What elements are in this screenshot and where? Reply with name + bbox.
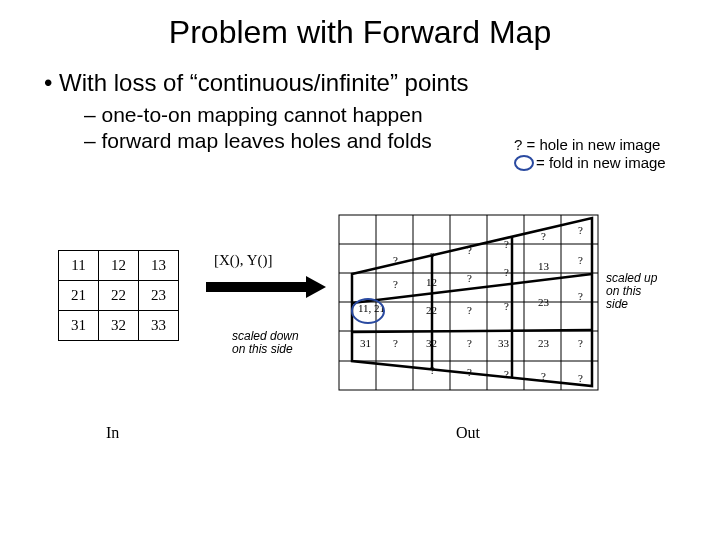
in-cell: 31 bbox=[59, 311, 99, 341]
svg-text:23: 23 bbox=[538, 337, 550, 349]
svg-text:?: ? bbox=[578, 254, 583, 266]
svg-text:?: ? bbox=[430, 250, 435, 262]
annotation-scaled-down: scaled downon this side bbox=[232, 330, 299, 356]
svg-text:?: ? bbox=[504, 300, 509, 312]
in-cell: 33 bbox=[139, 311, 179, 341]
in-cell: 23 bbox=[139, 281, 179, 311]
input-grid: 11 12 13 21 22 23 31 32 33 bbox=[58, 250, 179, 341]
svg-line-14 bbox=[352, 330, 592, 332]
in-label: In bbox=[106, 424, 119, 442]
output-grid: ? ? ? ? ? ? ? 12 ? ? 13 ? 11, 21 22 ? ? … bbox=[338, 214, 600, 392]
svg-text:?: ? bbox=[541, 230, 546, 242]
svg-text:?: ? bbox=[578, 372, 583, 384]
svg-text:?: ? bbox=[578, 337, 583, 349]
legend-hole: ? = hole in new image bbox=[514, 136, 660, 154]
diagram: 11 12 13 21 22 23 31 32 33 [X(), Y()] sc… bbox=[58, 222, 662, 452]
svg-text:?: ? bbox=[578, 290, 583, 302]
svg-text:?: ? bbox=[467, 304, 472, 316]
legend-fold: = fold in new image bbox=[536, 154, 666, 172]
legend: ? = hole in new image = fold in new imag… bbox=[514, 136, 666, 172]
in-cell: 32 bbox=[99, 311, 139, 341]
svg-text:?: ? bbox=[504, 266, 509, 278]
svg-text:32: 32 bbox=[426, 337, 437, 349]
in-cell: 11 bbox=[59, 251, 99, 281]
svg-text:?: ? bbox=[393, 254, 398, 266]
in-cell: 13 bbox=[139, 251, 179, 281]
slide-title: Problem with Forward Map bbox=[0, 0, 720, 51]
svg-text:?: ? bbox=[467, 337, 472, 349]
out-label: Out bbox=[456, 424, 480, 442]
svg-text:33: 33 bbox=[498, 337, 510, 349]
in-cell: 21 bbox=[59, 281, 99, 311]
svg-text:?: ? bbox=[504, 238, 509, 250]
in-cell: 12 bbox=[99, 251, 139, 281]
svg-text:23: 23 bbox=[538, 296, 550, 308]
svg-text:22: 22 bbox=[426, 304, 437, 316]
bullet-level1: With loss of “continuous/infinite” point… bbox=[44, 69, 720, 97]
svg-line-13 bbox=[352, 274, 592, 303]
svg-text:?: ? bbox=[393, 337, 398, 349]
svg-text:?: ? bbox=[393, 278, 398, 290]
in-cell: 22 bbox=[99, 281, 139, 311]
arrow-icon bbox=[206, 278, 326, 296]
svg-text:31: 31 bbox=[360, 337, 371, 349]
bullet-level2-a: one-to-on mapping cannot happen bbox=[84, 103, 720, 127]
annotation-scaled-up: scaled upon this side bbox=[606, 272, 662, 311]
svg-text:?: ? bbox=[430, 364, 435, 376]
svg-text:?: ? bbox=[467, 366, 472, 378]
svg-text:?: ? bbox=[504, 368, 509, 380]
svg-text:?: ? bbox=[467, 244, 472, 256]
svg-text:?: ? bbox=[541, 370, 546, 382]
svg-text:12: 12 bbox=[426, 276, 437, 288]
svg-text:?: ? bbox=[578, 224, 583, 236]
circle-icon bbox=[514, 155, 534, 171]
map-function-label: [X(), Y()] bbox=[214, 252, 273, 269]
svg-text:13: 13 bbox=[538, 260, 550, 272]
svg-text:?: ? bbox=[467, 272, 472, 284]
